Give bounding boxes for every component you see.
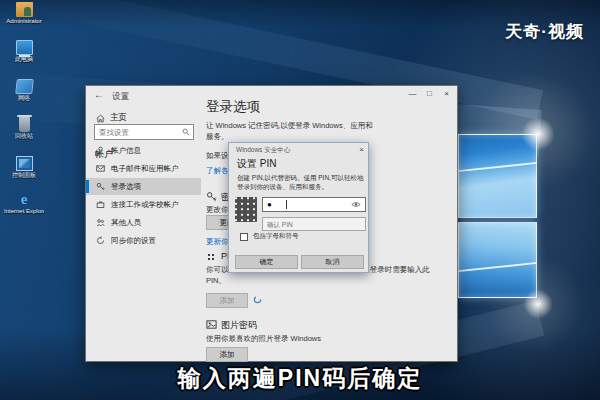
checkbox-label: 包括字母和符号 — [253, 232, 299, 241]
sidebar-item-label: 电子邮件和应用帐户 — [111, 164, 179, 174]
page-title: 登录选项 — [206, 98, 260, 116]
minimize-button[interactable]: — — [404, 87, 421, 100]
checkbox[interactable] — [240, 233, 248, 241]
home-label: 主页 — [110, 112, 127, 124]
sidebar-item-other-people[interactable]: 其他人员 — [86, 214, 201, 231]
briefcase-icon — [96, 200, 105, 209]
include-letters-checkbox-row[interactable]: 包括字母和符号 — [240, 232, 299, 241]
channel-watermark: 天奇·视频 — [505, 20, 584, 43]
desktop-icon-label: Internet Explorer — [4, 208, 44, 215]
settings-search-box[interactable] — [94, 124, 194, 140]
sidebar-item-work-school[interactable]: 连接工作或学校帐户 — [86, 196, 201, 213]
windows-security-dialog: Windows 安全中心 × 设置 PIN 创建 PIN,以代替密码。使用 PI… — [228, 142, 369, 273]
desktop-icon-this-pc[interactable]: 此电脑 — [4, 40, 44, 63]
desktop-icon-recycle-bin[interactable]: 回收站 — [4, 117, 44, 140]
confirm-pin-input[interactable] — [262, 217, 366, 231]
desktop-icon-control-panel[interactable]: 控制面板 — [4, 156, 44, 179]
pin-keypad-icon — [206, 252, 216, 262]
desktop-icon-label: 控制面板 — [4, 172, 44, 179]
control-panel-icon — [16, 156, 33, 171]
recycle-bin-icon — [19, 117, 30, 132]
sidebar-item-label: 帐户信息 — [111, 146, 141, 156]
home-icon — [96, 114, 105, 123]
desktop-icon-internet-explorer[interactable]: e Internet Explorer — [4, 192, 44, 215]
picture-password-icon — [206, 319, 217, 330]
sidebar-item-email-accounts[interactable]: 电子邮件和应用帐户 — [86, 160, 201, 177]
sidebar-item-label: 其他人员 — [111, 218, 141, 228]
key-icon — [96, 182, 105, 191]
busy-spinner — [253, 295, 262, 304]
people-icon — [96, 218, 105, 227]
network-icon — [15, 79, 34, 94]
new-pin-input[interactable]: ● — [262, 197, 366, 212]
search-input[interactable] — [95, 128, 179, 137]
sidebar-item-signin-options[interactable]: 登录选项 — [86, 178, 201, 195]
sidebar-item-label: 登录选项 — [111, 182, 141, 192]
pin-masked-char: ● — [263, 200, 272, 209]
maximize-button[interactable]: □ — [421, 87, 438, 100]
cancel-button[interactable]: 取消 — [301, 255, 364, 269]
dialog-close-icon[interactable]: × — [359, 145, 364, 154]
logo-glow — [522, 288, 554, 320]
settings-titlebar[interactable]: ← 设置 — □ × — [86, 86, 457, 106]
sidebar-item-sync-settings[interactable]: 同步你的设置 — [86, 232, 201, 249]
window-title: 设置 — [112, 91, 129, 103]
sync-icon — [96, 236, 105, 245]
add-picture-password-button[interactable]: 添加 — [206, 347, 248, 362]
password-key-icon — [206, 191, 217, 202]
close-button[interactable]: × — [438, 87, 455, 100]
eye-icon[interactable] — [351, 201, 361, 208]
dialog-title: Windows 安全中心 — [236, 146, 290, 155]
add-pin-button[interactable]: 添加 — [206, 293, 248, 308]
ok-button[interactable]: 确定 — [235, 255, 298, 269]
person-icon — [96, 146, 105, 155]
mail-icon — [96, 164, 105, 173]
desktop-icon-label: 网络 — [4, 95, 44, 102]
dialog-heading: 设置 PIN — [237, 157, 276, 171]
sidebar-item-account-info[interactable]: 帐户信息 — [86, 142, 201, 159]
windows-logo-bottom-pane — [458, 222, 537, 298]
desktop-icon-label: 回收站 — [4, 133, 44, 140]
picture-section-label: 图片密码 — [221, 319, 257, 332]
back-icon[interactable]: ← — [94, 89, 104, 100]
user-folder-icon — [16, 2, 33, 17]
sidebar-item-label: 连接工作或学校帐户 — [111, 200, 179, 210]
video-subtitle: 输入两遍PIN码后确定 — [0, 363, 600, 394]
ie-icon: e — [16, 192, 33, 207]
desktop-icon-label: Administrator — [4, 18, 44, 25]
desktop-icon-user-folder[interactable]: Administrator — [4, 2, 44, 25]
sidebar-item-home[interactable]: 主页 — [96, 112, 127, 124]
picture-desc: 使用你最喜欢的照片登录 Windows — [206, 334, 321, 344]
dialog-body-text: 创建 PIN,以代替密码。使用 PIN,可以轻松地登录到你的设备、应用和服务。 — [237, 173, 364, 191]
search-icon — [182, 128, 190, 136]
dialog-keypad-icon — [235, 197, 257, 222]
sidebar-item-label: 同步你的设置 — [111, 236, 156, 246]
text-caret — [286, 200, 287, 209]
desktop-icon-network[interactable]: 网络 — [4, 79, 44, 102]
signin-intro-text: 让 Windows 记住密码,以便登录 Windows、应用和服务。 — [206, 121, 378, 143]
logo-glow — [520, 116, 556, 152]
this-pc-icon — [16, 40, 33, 55]
